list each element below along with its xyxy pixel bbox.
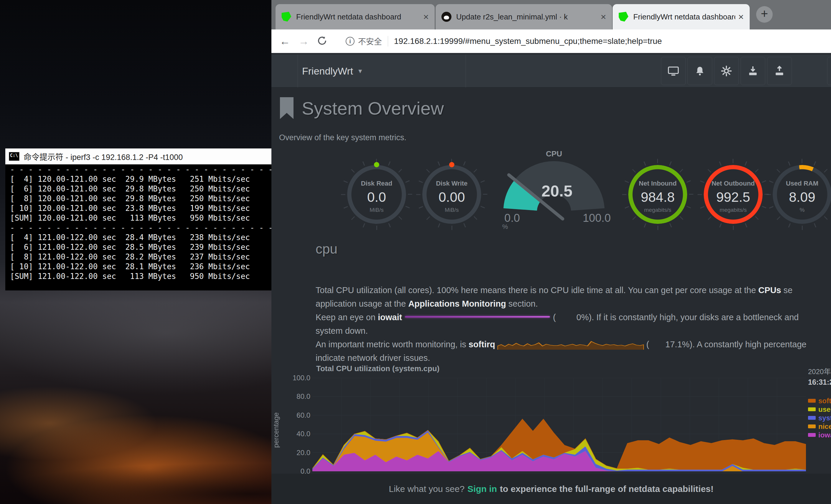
- signin-bar: Like what you see? Sign in to experience…: [271, 474, 831, 504]
- github-icon: [441, 12, 452, 22]
- gear-icon: [720, 65, 732, 77]
- legend-swatch: [808, 433, 816, 437]
- terminal-titlebar[interactable]: 命令提示符 - iperf3 -c 192.168.1.2 -P4 -t1000: [5, 148, 271, 165]
- bookmark-icon: [280, 97, 293, 119]
- gauge-status-dot: [449, 162, 454, 167]
- legend-label: user: [818, 405, 831, 414]
- cpu-utilization-chart[interactable]: [312, 378, 806, 471]
- gauge-units: megabits/s: [704, 207, 763, 213]
- url-input[interactable]: 192.168.2.1:19999/#menu_system_submenu_c…: [394, 36, 662, 46]
- terminal-line: - - - - - - - - - - - - - - - - - - - - …: [10, 165, 271, 174]
- y-tick-label: 100.0: [282, 374, 310, 382]
- gauge-status-dot: [374, 162, 379, 167]
- paragraph-text: An important metric worth monitoring, is: [316, 339, 468, 349]
- legend-item-user[interactable]: user: [808, 405, 831, 414]
- paragraph-line: indicate network driver issues.: [316, 351, 806, 365]
- close-icon[interactable]: ×: [738, 11, 744, 22]
- svg-text:20.5: 20.5: [541, 182, 572, 200]
- chip-divider: [388, 36, 388, 47]
- alarms-button[interactable]: [687, 57, 712, 85]
- disk-write-gauge[interactable]: Disk Write0.00MiB/s: [422, 165, 481, 224]
- gauge-value: 8.09: [773, 189, 831, 205]
- paragraph-bold-text: iowait: [378, 313, 402, 322]
- browser-tab[interactable]: FriendlyWrt netdata dashboard×: [276, 4, 435, 29]
- legend-item-system[interactable]: system: [808, 414, 831, 422]
- save-snapshot-button[interactable]: [741, 57, 765, 85]
- navbar-separator: [297, 55, 298, 88]
- browser-window: FriendlyWrt netdata dashboard×Update r2s…: [271, 0, 831, 504]
- gauge-label: Net Outbound: [704, 180, 763, 187]
- paragraph-bold-text: Applications Monitoring: [408, 299, 506, 308]
- iowait-sparkline: [405, 316, 550, 318]
- new-tab-button[interactable]: +: [756, 6, 773, 23]
- y-tick-label: 40.0: [282, 430, 310, 438]
- gauge-value: 992.5: [704, 189, 763, 205]
- svg-text:100.0: 100.0: [582, 212, 610, 224]
- terminal-line: [ 8] 121.00-122.00 sec 28.2 MBytes 237 M…: [10, 252, 271, 262]
- gauge-label: Net Inbound: [628, 180, 687, 187]
- gauge-value: 984.8: [628, 189, 687, 205]
- cpu-gauge[interactable]: CPU20.50.0100.0%: [495, 147, 613, 230]
- paragraph-bold-text: CPUs: [758, 286, 781, 295]
- paragraph-text: indicate network driver issues.: [316, 353, 430, 363]
- security-label: 不安全: [358, 35, 382, 47]
- load-snapshot-button[interactable]: [767, 57, 792, 85]
- forward-button[interactable]: →: [298, 35, 309, 48]
- browser-tab[interactable]: FriendlyWrt netdata dashboard×: [613, 4, 750, 29]
- terminal-line: [ 8] 120.00-121.00 sec 29.8 MBytes 250 M…: [10, 194, 271, 204]
- security-chip[interactable]: i 不安全: [346, 35, 394, 47]
- gauge-label: Used RAM: [773, 180, 831, 187]
- chart-title: Total CPU utilization (system.cpu): [316, 364, 439, 373]
- settings-button[interactable]: [714, 57, 739, 85]
- partial-navbar-button[interactable]: [827, 57, 831, 85]
- tabs-row: FriendlyWrt netdata dashboard×Update r2s…: [276, 4, 773, 29]
- browser-tab-strip: FriendlyWrt netdata dashboard×Update r2s…: [271, 0, 831, 29]
- terminal-window[interactable]: 命令提示符 - iperf3 -c 192.168.1.2 -P4 -t1000…: [5, 148, 271, 291]
- signin-prefix: Like what you see?: [389, 484, 465, 494]
- gauge-units: %: [773, 207, 831, 213]
- legend-label: system: [818, 414, 831, 422]
- close-icon[interactable]: ×: [601, 11, 606, 22]
- signin-link[interactable]: Sign in: [467, 484, 497, 494]
- paragraph-text: (: [646, 339, 649, 349]
- disk-read-gauge[interactable]: Disk Read0.0MiB/s: [347, 165, 406, 224]
- netdata-icon: [619, 12, 629, 22]
- close-icon[interactable]: ×: [423, 11, 429, 22]
- gauge-units: MiB/s: [422, 207, 481, 213]
- browser-tab[interactable]: Update r2s_lean_minimal.yml · k×: [435, 4, 612, 29]
- host-dropdown[interactable]: FriendlyWrt ▾: [302, 55, 362, 88]
- paragraph-line: An important metric worth monitoring, is…: [316, 337, 806, 351]
- used-ram-gauge[interactable]: Used RAM8.09%: [773, 165, 831, 224]
- paragraph-bold-text: softirq: [468, 339, 495, 349]
- legend-item-iowait[interactable]: iowait: [808, 431, 831, 439]
- net-inbound-gauge[interactable]: Net Inbound984.8megabits/s: [628, 165, 687, 224]
- legend-item-nice[interactable]: nice: [808, 422, 831, 431]
- paragraph-text: se: [781, 286, 793, 295]
- terminal-line: [ 4] 121.00-122.00 sec 28.4 MBytes 238 M…: [10, 233, 271, 242]
- reload-icon[interactable]: [317, 35, 327, 47]
- terminal-line: [ 10] 121.00-122.00 sec 28.1 MBytes 236 …: [10, 262, 271, 272]
- netdata-navbar: FriendlyWrt ▾: [271, 55, 831, 88]
- paragraph-text: system down.: [316, 326, 368, 335]
- terminal-line: [ 4] 120.00-121.00 sec 29.9 MBytes 251 M…: [10, 174, 271, 184]
- cpu-paragraphs: Total CPU utilization (all cores). 100% …: [316, 284, 806, 365]
- bell-icon: [694, 65, 706, 77]
- terminal-title: 命令提示符 - iperf3 -c 192.168.1.2 -P4 -t1000: [24, 151, 183, 162]
- y-tick-label: 80.0: [282, 392, 310, 401]
- host-name: FriendlyWrt: [302, 65, 353, 77]
- paragraph-line: Total CPU utilization (all cores). 100% …: [316, 284, 806, 297]
- legend-item-softirq[interactable]: softirq: [808, 396, 831, 405]
- chart-timestamp-date: 2020年3: [808, 366, 831, 376]
- info-icon[interactable]: i: [346, 37, 354, 46]
- page-title: System Overview: [302, 98, 444, 119]
- svg-text:0.0: 0.0: [505, 212, 520, 224]
- legend-items: softirqusersystemniceiowait: [808, 396, 831, 439]
- net-outbound-gauge[interactable]: Net Outbound992.5megabits/s: [704, 165, 763, 224]
- gauge-units: megabits/s: [628, 207, 687, 213]
- paragraph-text: 17.1%). A constantly high percentage: [665, 339, 806, 349]
- signin-suffix: to experience the full-range of netdata …: [500, 484, 713, 494]
- print-dashboard-button[interactable]: [661, 57, 686, 85]
- terminal-line: [ 6] 120.00-121.00 sec 29.8 MBytes 250 M…: [10, 184, 271, 194]
- back-button[interactable]: ←: [280, 35, 290, 48]
- paragraph-line: system down.: [316, 324, 806, 337]
